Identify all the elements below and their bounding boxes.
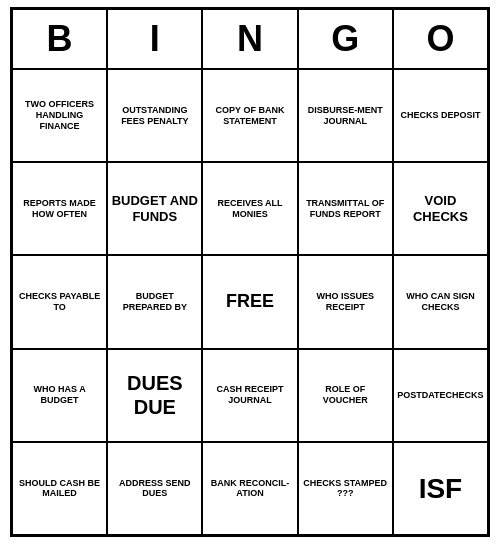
bingo-row-3: WHO HAS A BUDGETDUES DUECASH RECEIPT JOU… (12, 349, 488, 442)
bingo-row-1: REPORTS MADE HOW OFTENBUDGET AND FUNDSRE… (12, 162, 488, 255)
bingo-cell-1-2: RECEIVES ALL MONIES (202, 162, 297, 255)
bingo-cell-2-1: BUDGET PREPARED BY (107, 255, 202, 348)
bingo-header: BINGO (12, 9, 488, 69)
bingo-cell-4-0: SHOULD CASH BE MAILED (12, 442, 107, 535)
bingo-grid: TWO OFFICERS HANDLING FINANCEOUTSTANDING… (12, 69, 488, 535)
bingo-row-4: SHOULD CASH BE MAILEDADDRESS SEND DUESBA… (12, 442, 488, 535)
bingo-cell-4-2: BANK RECONCIL-ATION (202, 442, 297, 535)
bingo-cell-1-0: REPORTS MADE HOW OFTEN (12, 162, 107, 255)
bingo-cell-0-1: OUTSTANDING FEES PENALTY (107, 69, 202, 162)
header-letter-o: O (393, 9, 488, 69)
header-letter-b: B (12, 9, 107, 69)
bingo-cell-0-0: TWO OFFICERS HANDLING FINANCE (12, 69, 107, 162)
bingo-cell-4-4: ISF (393, 442, 488, 535)
bingo-cell-4-1: ADDRESS SEND DUES (107, 442, 202, 535)
bingo-cell-2-4: WHO CAN SIGN CHECKS (393, 255, 488, 348)
header-letter-n: N (202, 9, 297, 69)
bingo-cell-2-0: CHECKS PAYABLE TO (12, 255, 107, 348)
bingo-cell-3-0: WHO HAS A BUDGET (12, 349, 107, 442)
header-letter-i: I (107, 9, 202, 69)
bingo-cell-1-1: BUDGET AND FUNDS (107, 162, 202, 255)
bingo-cell-2-3: WHO ISSUES RECEIPT (298, 255, 393, 348)
bingo-cell-3-4: POSTDATECHECKS (393, 349, 488, 442)
bingo-cell-0-2: COPY OF BANK STATEMENT (202, 69, 297, 162)
bingo-row-2: CHECKS PAYABLE TOBUDGET PREPARED BYFREEW… (12, 255, 488, 348)
bingo-cell-3-3: ROLE OF VOUCHER (298, 349, 393, 442)
header-letter-g: G (298, 9, 393, 69)
bingo-cell-3-1: DUES DUE (107, 349, 202, 442)
bingo-cell-4-3: CHECKS STAMPED ??? (298, 442, 393, 535)
bingo-cell-1-4: VOID CHECKS (393, 162, 488, 255)
bingo-cell-0-3: DISBURSE-MENT JOURNAL (298, 69, 393, 162)
bingo-cell-3-2: CASH RECEIPT JOURNAL (202, 349, 297, 442)
bingo-card: BINGO TWO OFFICERS HANDLING FINANCEOUTST… (10, 7, 490, 537)
bingo-cell-0-4: CHECKS DEPOSIT (393, 69, 488, 162)
bingo-row-0: TWO OFFICERS HANDLING FINANCEOUTSTANDING… (12, 69, 488, 162)
bingo-cell-2-2: FREE (202, 255, 297, 348)
bingo-cell-1-3: TRANSMITTAL OF FUNDS REPORT (298, 162, 393, 255)
